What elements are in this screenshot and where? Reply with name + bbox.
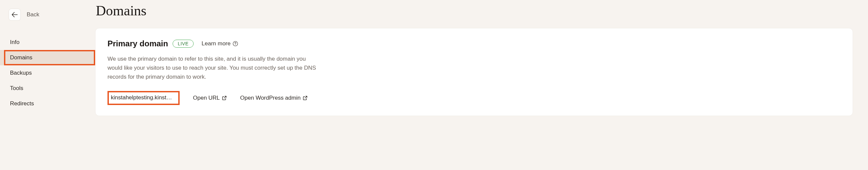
open-url-label: Open URL [193,95,220,101]
back-button[interactable] [9,9,21,21]
sidebar-item-label: Backups [10,70,32,76]
page-title: Domains [96,3,868,19]
learn-more-label: Learn more [202,40,231,47]
status-badge: LIVE [173,40,193,48]
primary-domain-description: We use the primary domain to refer to th… [107,54,321,82]
back-row: Back [0,9,95,21]
question-circle-icon [233,41,238,46]
external-link-icon [303,96,307,100]
sidebar-item-redirects[interactable]: Redirects [0,96,95,111]
sidebar-item-backups[interactable]: Backups [0,65,95,81]
domain-row: kinstahelptesting.kinst… Open URL Open W… [107,91,841,105]
sidebar: Back Info Domains Backups Tools Redirect… [0,0,95,170]
sidebar-item-tools[interactable]: Tools [0,81,95,96]
sidebar-item-label: Tools [10,85,23,91]
primary-domain-value[interactable]: kinstahelptesting.kinst… [107,91,180,105]
back-label[interactable]: Back [27,11,39,18]
learn-more-link[interactable]: Learn more [202,40,238,47]
sidebar-item-label: Info [10,39,19,45]
open-wp-admin-label: Open WordPress admin [240,95,301,101]
open-wp-admin-link[interactable]: Open WordPress admin [240,95,307,101]
sidebar-item-info[interactable]: Info [0,35,95,50]
sidebar-item-label: Redirects [10,100,34,107]
card-header: Primary domain LIVE Learn more [107,39,841,48]
external-link-icon [222,96,227,100]
svg-point-1 [235,45,236,45]
nav-list: Info Domains Backups Tools Redirects [0,35,95,111]
primary-domain-heading: Primary domain [107,39,168,48]
arrow-left-icon [12,12,18,17]
sidebar-item-label: Domains [10,54,32,61]
main-content: Domains Primary domain LIVE Learn more [95,0,868,170]
sidebar-item-domains[interactable]: Domains [0,50,95,65]
open-url-link[interactable]: Open URL [193,95,227,101]
primary-domain-card: Primary domain LIVE Learn more We use th… [95,28,853,116]
